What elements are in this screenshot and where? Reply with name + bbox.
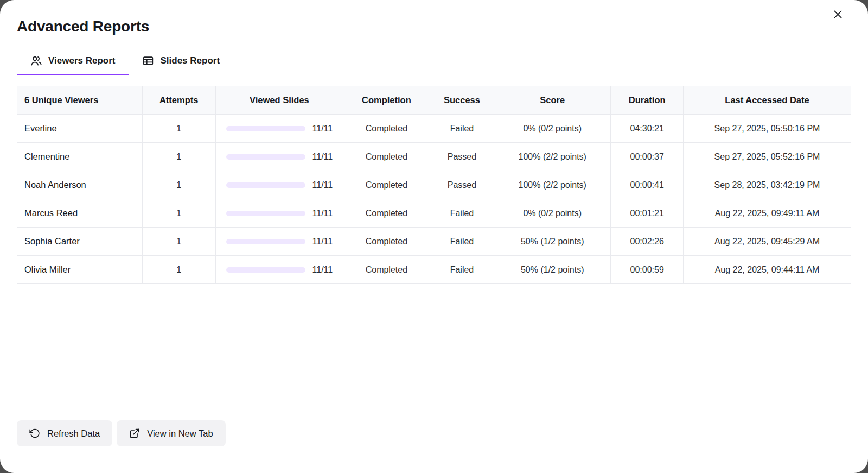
completion-status: Completed (343, 115, 430, 143)
score-value: 100% (2/2 points) (494, 171, 611, 199)
report-tabs: Viewers Report Slides Report (17, 48, 851, 75)
tab-label: Slides Report (160, 55, 220, 66)
viewer-name: Everline (17, 115, 143, 143)
dialog-footer: Refresh Data View in New Tab (17, 420, 226, 446)
viewed-slides-bar (226, 239, 305, 244)
table-row: Marcus Reed 1 11/11 Completed Failed 0% … (17, 199, 851, 228)
view-in-new-tab-label: View in New Tab (147, 428, 213, 439)
last-accessed-value: Aug 22, 2025, 09:49:11 AM (684, 199, 851, 228)
users-icon (30, 55, 42, 67)
viewers-report-table: 6 Unique Viewers Attempts Viewed Slides … (17, 86, 851, 284)
refresh-icon (29, 428, 40, 439)
attempts-value: 1 (142, 256, 215, 284)
column-header-score: Score (494, 86, 611, 115)
attempts-value: 1 (142, 228, 215, 256)
table-body: Everline 1 11/11 Completed Failed 0% (0/… (17, 115, 851, 284)
table-row: Noah Anderson 1 11/11 Completed Passed 1… (17, 171, 851, 199)
viewed-slides-cell: 11/11 (215, 256, 343, 284)
duration-value: 00:00:59 (611, 256, 684, 284)
last-accessed-value: Aug 22, 2025, 09:45:29 AM (684, 228, 851, 256)
table-row: Olivia Miller 1 11/11 Completed Failed 5… (17, 256, 851, 284)
last-accessed-value: Sep 28, 2025, 03:42:19 PM (684, 171, 851, 199)
viewed-slides-bar (226, 126, 305, 131)
success-status: Passed (430, 171, 494, 199)
table-row: Everline 1 11/11 Completed Failed 0% (0/… (17, 115, 851, 143)
duration-value: 00:02:26 (611, 228, 684, 256)
success-status: Failed (430, 228, 494, 256)
column-header-viewers: 6 Unique Viewers (17, 86, 143, 115)
score-value: 100% (2/2 points) (494, 143, 611, 171)
tab-slides-report[interactable]: Slides Report (129, 48, 233, 75)
duration-value: 00:01:21 (611, 199, 684, 228)
success-status: Failed (430, 256, 494, 284)
viewed-slides-label: 11/11 (312, 209, 333, 218)
table-header: 6 Unique Viewers Attempts Viewed Slides … (17, 86, 851, 115)
score-value: 50% (1/2 points) (494, 228, 611, 256)
last-accessed-value: Sep 27, 2025, 05:50:16 PM (684, 115, 851, 143)
advanced-reports-dialog: Advanced Reports Viewers Report (0, 0, 868, 473)
success-status: Passed (430, 143, 494, 171)
viewed-slides-label: 11/11 (312, 124, 333, 134)
viewer-name: Sophia Carter (17, 228, 143, 256)
table-row: Sophia Carter 1 11/11 Completed Failed 5… (17, 228, 851, 256)
viewed-slides-cell: 11/11 (215, 143, 343, 171)
viewer-name: Marcus Reed (17, 199, 143, 228)
attempts-value: 1 (142, 115, 215, 143)
viewed-slides-bar (226, 211, 305, 216)
attempts-value: 1 (142, 199, 215, 228)
tab-label: Viewers Report (48, 55, 115, 66)
column-header-attempts: Attempts (142, 86, 215, 115)
page-title: Advanced Reports (17, 0, 851, 35)
last-accessed-value: Sep 27, 2025, 05:52:16 PM (684, 143, 851, 171)
external-link-icon (129, 428, 140, 439)
completion-status: Completed (343, 199, 430, 228)
viewed-slides-cell: 11/11 (215, 199, 343, 228)
viewed-slides-label: 11/11 (312, 152, 333, 162)
column-header-duration: Duration (611, 86, 684, 115)
attempts-value: 1 (142, 171, 215, 199)
viewed-slides-cell: 11/11 (215, 171, 343, 199)
score-value: 50% (1/2 points) (494, 256, 611, 284)
viewed-slides-bar (226, 182, 305, 188)
refresh-data-label: Refresh Data (47, 428, 100, 439)
duration-value: 00:00:41 (611, 171, 684, 199)
viewed-slides-bar (226, 267, 305, 273)
view-in-new-tab-button[interactable]: View in New Tab (117, 420, 225, 446)
table-icon (142, 55, 154, 67)
completion-status: Completed (343, 228, 430, 256)
last-accessed-value: Aug 22, 2025, 09:44:11 AM (684, 256, 851, 284)
completion-status: Completed (343, 171, 430, 199)
score-value: 0% (0/2 points) (494, 199, 611, 228)
column-header-slides: Viewed Slides (215, 86, 343, 115)
viewed-slides-cell: 11/11 (215, 115, 343, 143)
table-row: Clementine 1 11/11 Completed Passed 100%… (17, 143, 851, 171)
viewed-slides-label: 11/11 (312, 180, 333, 190)
completion-status: Completed (343, 143, 430, 171)
viewer-name: Clementine (17, 143, 143, 171)
duration-value: 00:00:37 (611, 143, 684, 171)
viewer-name: Noah Anderson (17, 171, 143, 199)
viewed-slides-label: 11/11 (312, 237, 333, 247)
attempts-value: 1 (142, 143, 215, 171)
column-header-success: Success (430, 86, 494, 115)
column-header-date: Last Accessed Date (684, 86, 851, 115)
viewed-slides-cell: 11/11 (215, 228, 343, 256)
duration-value: 04:30:21 (611, 115, 684, 143)
viewer-name: Olivia Miller (17, 256, 143, 284)
success-status: Failed (430, 199, 494, 228)
score-value: 0% (0/2 points) (494, 115, 611, 143)
refresh-data-button[interactable]: Refresh Data (17, 420, 112, 446)
tab-viewers-report[interactable]: Viewers Report (17, 48, 129, 75)
success-status: Failed (430, 115, 494, 143)
completion-status: Completed (343, 256, 430, 284)
column-header-completion: Completion (343, 86, 430, 115)
viewed-slides-label: 11/11 (312, 265, 333, 275)
viewed-slides-bar (226, 154, 305, 160)
